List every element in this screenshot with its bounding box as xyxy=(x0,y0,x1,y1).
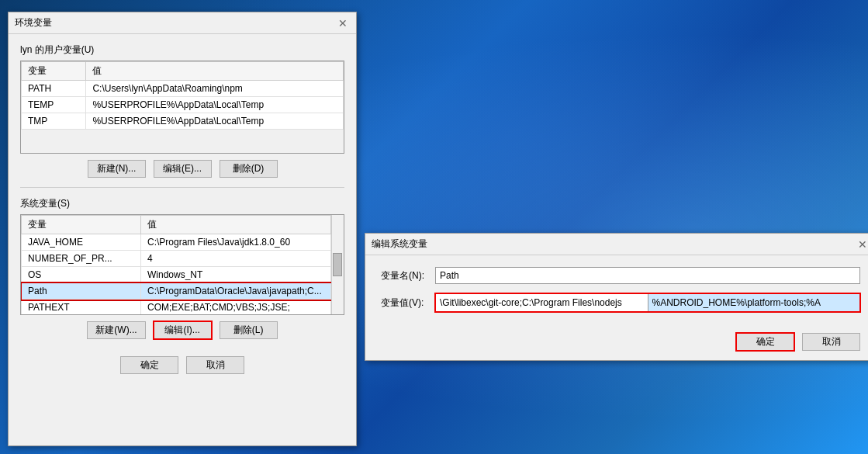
sys-var-value: C:\Program Files\Java\jdk1.8.0_60 xyxy=(140,234,330,251)
scrollbar-thumb[interactable] xyxy=(333,253,342,276)
edit-dialog-titlebar: 编辑系统变量 ✕ xyxy=(365,234,868,255)
system-new-button[interactable]: 新建(W)... xyxy=(87,321,145,339)
user-table-row[interactable]: TEMP%USERPROFILE%\AppData\Local\Temp xyxy=(22,97,344,113)
sys-var-name: PATHEXT xyxy=(22,300,141,316)
user-table-row[interactable]: TMP%USERPROFILE%\AppData\Local\Temp xyxy=(22,113,344,130)
system-variables-table: 变量 值 JAVA_HOMEC:\Program Files\Java\jdk1… xyxy=(21,215,331,315)
user-var-value: %USERPROFILE%\AppData\Local\Temp xyxy=(86,97,344,113)
sys-var-name: Path xyxy=(22,283,141,300)
sys-var-value: 4 xyxy=(140,251,330,267)
system-table-row[interactable]: OSWindows_NT xyxy=(22,267,331,283)
var-value-row: 变量值(V): xyxy=(365,293,868,312)
user-table-header-value: 值 xyxy=(86,62,344,81)
env-variables-dialog: 环境变量 ✕ lyn 的用户变量(U) 变量 值 PATHC:\Users\ly… xyxy=(8,12,357,446)
sys-var-value: Windows_NT xyxy=(140,267,330,283)
env-cancel-button[interactable]: 取消 xyxy=(186,356,244,374)
system-buttons-row: 新建(W)... 编辑(I)... 删除(L) xyxy=(20,321,344,339)
env-dialog-title: 环境变量 xyxy=(15,16,52,29)
sys-var-name: OS xyxy=(22,267,141,283)
user-variables-table: 变量 值 PATHC:\Users\lyn\AppData\Roaming\np… xyxy=(21,61,344,130)
user-new-button[interactable]: 新建(N)... xyxy=(88,160,146,178)
sys-var-name: JAVA_HOME xyxy=(22,234,141,251)
user-var-name: TMP xyxy=(22,113,86,130)
scrollbar-track[interactable] xyxy=(331,215,344,314)
env-dialog-content: lyn 的用户变量(U) 变量 值 PATHC:\Users\lyn\AppDa… xyxy=(9,34,356,348)
edit-cancel-button[interactable]: 取消 xyxy=(802,333,860,351)
var-name-label: 变量名(N): xyxy=(381,269,435,282)
user-variables-table-container: 变量 值 PATHC:\Users\lyn\AppData\Roaming\np… xyxy=(20,61,344,154)
var-value-label: 变量值(V): xyxy=(381,296,435,310)
edit-system-variable-dialog: 编辑系统变量 ✕ 变量名(N): 变量值(V): 确定 取消 xyxy=(365,233,868,361)
system-variables-table-container: 变量 值 JAVA_HOMEC:\Program Files\Java\jdk1… xyxy=(20,214,344,315)
edit-dialog-footer: 确定 取消 xyxy=(365,329,868,355)
section-divider xyxy=(20,187,344,188)
var-value-input-right[interactable] xyxy=(648,294,860,311)
system-section-label: 系统变量(S) xyxy=(20,197,344,210)
user-section-label: lyn 的用户变量(U) xyxy=(20,43,344,57)
env-ok-button[interactable]: 确定 xyxy=(120,356,178,374)
var-name-input[interactable] xyxy=(435,267,860,284)
user-var-name: TEMP xyxy=(22,97,86,113)
system-table-row[interactable]: PATHEXTCOM;EXE;BAT;CMD;VBS;JS;JSE; xyxy=(22,300,331,316)
sys-table-header-name: 变量 xyxy=(22,216,141,234)
user-edit-button[interactable]: 编辑(E)... xyxy=(154,160,212,178)
var-value-input-left[interactable] xyxy=(436,294,648,311)
env-dialog-footer: 确定 取消 xyxy=(9,348,356,386)
var-value-input-wrapper xyxy=(435,293,860,312)
sys-var-value: COM;EXE;BAT;CMD;VBS;JS;JSE; xyxy=(140,300,330,316)
user-var-name: PATH xyxy=(22,81,86,97)
user-buttons-row: 新建(N)... 编辑(E)... 删除(D) xyxy=(20,160,344,178)
system-table-row[interactable]: JAVA_HOMEC:\Program Files\Java\jdk1.8.0_… xyxy=(22,234,331,251)
sys-var-value: C:\ProgramData\Oracle\Java\javapath;C... xyxy=(140,283,330,300)
sys-table-header-value: 值 xyxy=(140,216,330,234)
edit-ok-button[interactable]: 确定 xyxy=(736,333,794,351)
user-var-value: C:\Users\lyn\AppData\Roaming\npm xyxy=(86,81,344,97)
system-table-row[interactable]: PathC:\ProgramData\Oracle\Java\javapath;… xyxy=(22,283,331,300)
system-table-row[interactable]: NUMBER_OF_PR...4 xyxy=(22,251,331,267)
system-delete-button[interactable]: 删除(L) xyxy=(220,321,278,339)
user-table-row[interactable]: PATHC:\Users\lyn\AppData\Roaming\npm xyxy=(22,81,344,97)
user-table-header-name: 变量 xyxy=(22,62,86,81)
env-dialog-titlebar: 环境变量 ✕ xyxy=(9,12,356,34)
edit-dialog-content: 变量名(N): 变量值(V): xyxy=(365,255,868,329)
sys-var-name: NUMBER_OF_PR... xyxy=(22,251,141,267)
edit-dialog-title: 编辑系统变量 xyxy=(372,237,427,251)
env-dialog-close-button[interactable]: ✕ xyxy=(336,16,350,30)
system-edit-button[interactable]: 编辑(I)... xyxy=(154,321,212,339)
var-name-row: 变量名(N): xyxy=(365,267,868,284)
user-var-value: %USERPROFILE%\AppData\Local\Temp xyxy=(86,113,344,130)
user-delete-button[interactable]: 删除(D) xyxy=(220,160,278,178)
edit-dialog-close-button[interactable]: ✕ xyxy=(856,237,868,251)
